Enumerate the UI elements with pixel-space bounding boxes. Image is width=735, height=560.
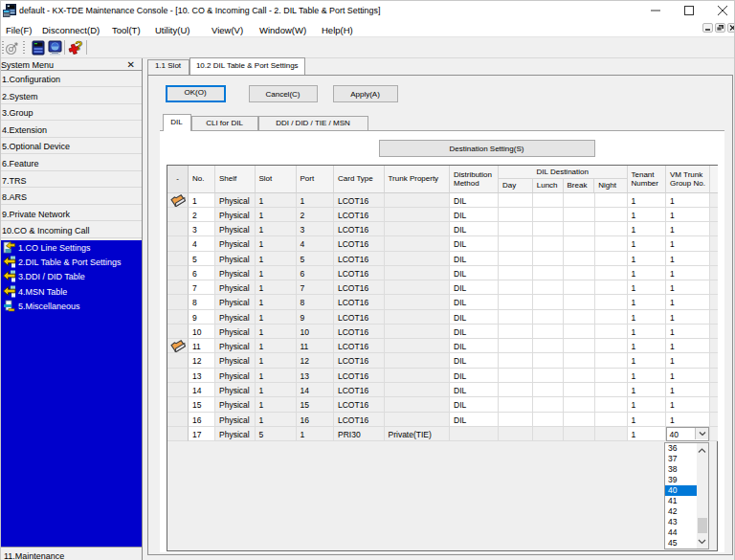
svg-text:?: ? xyxy=(76,39,83,53)
